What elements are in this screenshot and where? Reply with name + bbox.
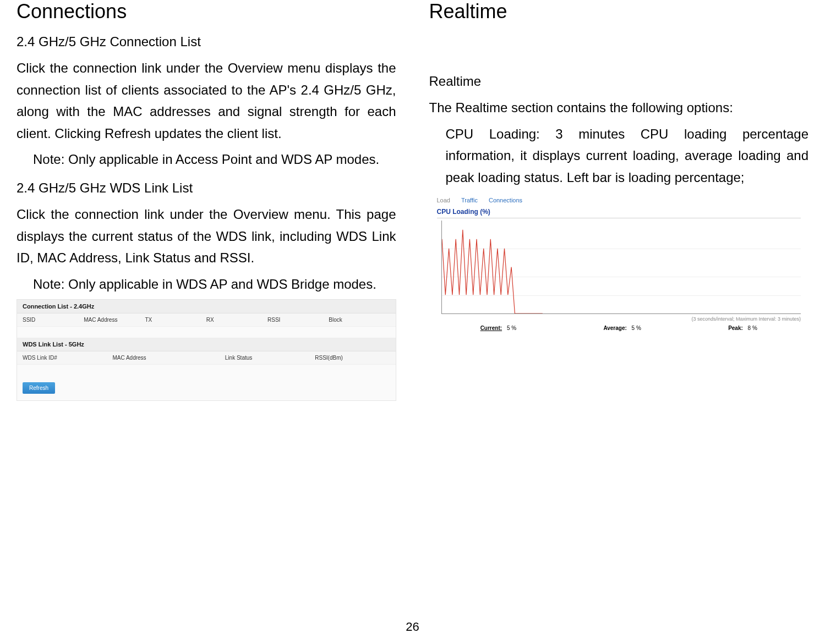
connections-heading: Connections (17, 0, 396, 23)
col-wds-id: WDS Link ID# (23, 355, 112, 361)
realtime-subheading: Realtime (429, 74, 809, 89)
wds-link-list-title: WDS Link List - 5GHz (17, 338, 396, 351)
realtime-panel: Load Traffic Connections CPU Loading (%)… (429, 192, 809, 337)
cpu-loading-chart-title: CPU Loading (%) (429, 207, 809, 218)
tab-connections[interactable]: Connections (489, 197, 522, 203)
stat-average-value: 5 % (632, 325, 641, 331)
realtime-body: The Realtime section contains the follow… (429, 97, 809, 119)
chart-stats: Current: 5 % Average: 5 % Peak: 8 % (429, 323, 809, 337)
wds-link-list-body: Click the connection link under the Over… (17, 203, 396, 269)
stat-average: Average: 5 % (603, 325, 641, 331)
col-wds-status: Link Status (225, 355, 315, 361)
col-mac: MAC Address (84, 317, 145, 323)
tab-traffic[interactable]: Traffic (461, 197, 478, 203)
cpu-loading-chart: 247 (429, 218, 809, 315)
col-block: Block (329, 317, 390, 323)
stat-current: Current: 5 % (480, 325, 516, 331)
connection-list-title: Connection List - 2.4GHz (17, 300, 396, 313)
connection-list-body: Click the connection link under the Over… (17, 57, 396, 144)
connection-list-empty (17, 327, 396, 338)
stat-current-value: 5 % (507, 325, 516, 331)
connection-list-subheading: 2.4 GHz/5 GHz Connection List (17, 34, 396, 49)
col-rx: RX (206, 317, 267, 323)
connection-list-header-row: SSID MAC Address TX RX RSSI Block (17, 313, 396, 327)
refresh-button[interactable]: Refresh (23, 382, 55, 394)
col-rssi: RSSI (267, 317, 329, 323)
stat-average-label: Average: (603, 325, 626, 331)
stat-peak: Peak: 8 % (728, 325, 757, 331)
col-wds-rssi: RSSI(dBm) (315, 355, 390, 361)
page-number: 26 (0, 620, 825, 634)
stat-peak-value: 8 % (748, 325, 757, 331)
col-tx: TX (145, 317, 206, 323)
col-wds-mac: MAC Address (112, 355, 225, 361)
wds-link-list-empty (17, 365, 396, 376)
wds-link-list-subheading: 2.4 GHz/5 GHz WDS Link List (17, 180, 396, 196)
cpu-loading-body: CPU Loading: 3 minutes CPU loading perce… (429, 123, 809, 189)
tab-load[interactable]: Load (437, 197, 450, 203)
wds-link-list-note: Note: Only applicable in WDS AP and WDS … (17, 273, 396, 295)
chart-interval-note: (3 seconds/interval; Maximum Interval: 3… (429, 315, 809, 323)
connection-list-panel: Connection List - 2.4GHz SSID MAC Addres… (17, 299, 396, 401)
stat-current-label: Current: (480, 325, 502, 331)
realtime-tabs: Load Traffic Connections (429, 192, 809, 207)
wds-link-list-header-row: WDS Link ID# MAC Address Link Status RSS… (17, 351, 396, 365)
realtime-heading: Realtime (429, 0, 809, 23)
connection-list-note: Note: Only applicable in Access Point an… (17, 148, 396, 170)
col-ssid: SSID (23, 317, 84, 323)
stat-peak-label: Peak: (728, 325, 743, 331)
